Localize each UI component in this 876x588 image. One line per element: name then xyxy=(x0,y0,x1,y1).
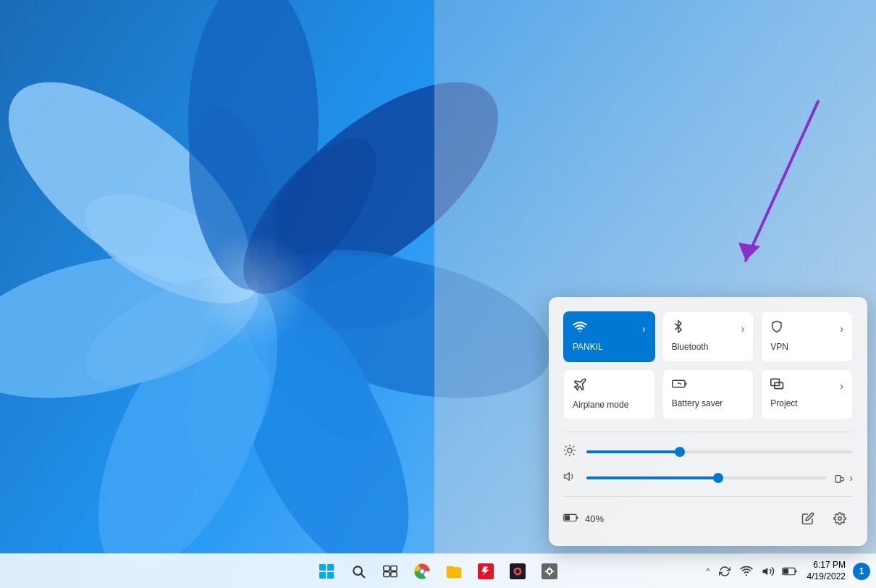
volume-slider-row: › xyxy=(563,470,853,486)
svg-rect-24 xyxy=(319,572,326,579)
volume-fill xyxy=(586,476,718,479)
svg-point-34 xyxy=(420,569,424,573)
svg-rect-25 xyxy=(327,572,334,579)
battery-icon-small xyxy=(563,513,579,525)
volume-thumb[interactable] xyxy=(713,473,723,483)
vpn-tile[interactable]: › VPN xyxy=(761,311,853,362)
svg-point-7 xyxy=(568,448,572,453)
qs-bottom-bar: 40% xyxy=(563,505,853,532)
zap-app[interactable] xyxy=(471,557,500,586)
clock[interactable]: 6:17 PM 4/19/2022 xyxy=(801,557,851,585)
svg-rect-30 xyxy=(384,571,389,576)
volume-slider[interactable] xyxy=(586,476,826,479)
wifi-label: PANKIL xyxy=(573,342,603,352)
tray-overflow-button[interactable]: ^ xyxy=(703,564,712,579)
bluetooth-label: Bluetooth xyxy=(672,342,709,352)
taskbar-wifi-icon[interactable] xyxy=(736,561,757,581)
taskbar-volume-icon[interactable] xyxy=(758,561,778,581)
svg-rect-45 xyxy=(549,566,549,568)
notification-badge[interactable]: 1 xyxy=(853,563,870,580)
svg-rect-53 xyxy=(783,568,788,574)
wifi-tile[interactable]: › PANKIL xyxy=(563,311,655,362)
sync-icon[interactable] xyxy=(715,561,735,581)
airplane-label: Airplane mode xyxy=(573,400,628,410)
svg-line-14 xyxy=(565,454,566,455)
svg-rect-28 xyxy=(384,566,389,571)
settings-app[interactable] xyxy=(535,557,564,586)
wifi-expand-icon[interactable]: › xyxy=(642,323,646,335)
brightness-thumb[interactable] xyxy=(675,447,685,457)
svg-rect-47 xyxy=(544,571,547,571)
brightness-slider[interactable] xyxy=(586,450,853,453)
svg-line-10 xyxy=(565,446,566,447)
vpn-label: VPN xyxy=(770,342,788,352)
quick-settings-panel: › PANKIL › Bluetooth xyxy=(549,297,867,546)
taskbar-right: ^ xyxy=(703,557,876,585)
battery-saver-label: Battery saver xyxy=(672,398,723,408)
bluetooth-icon xyxy=(672,319,685,337)
vpn-icon xyxy=(770,319,783,337)
file-explorer-app[interactable] xyxy=(439,557,468,586)
volume-icon xyxy=(563,470,578,486)
qs-bottom-grid: Airplane mode Battery saver xyxy=(563,369,853,420)
svg-rect-23 xyxy=(327,564,334,571)
chrome-app[interactable] xyxy=(408,557,437,586)
qs-bottom-actions xyxy=(795,505,853,532)
svg-point-2 xyxy=(579,331,581,332)
taskbar: ^ xyxy=(0,553,876,588)
project-tile[interactable]: › Project xyxy=(761,369,853,420)
wifi-icon xyxy=(573,319,587,337)
taskview-button[interactable] xyxy=(376,557,405,586)
svg-point-49 xyxy=(745,574,746,576)
svg-rect-52 xyxy=(795,570,796,572)
divider-2 xyxy=(563,496,853,497)
svg-point-21 xyxy=(838,517,842,521)
start-button[interactable] xyxy=(312,557,341,586)
project-expand-icon[interactable]: › xyxy=(840,380,843,392)
taskbar-battery-icon[interactable] xyxy=(780,561,800,581)
svg-rect-46 xyxy=(549,574,549,576)
svg-rect-20 xyxy=(565,515,570,520)
clock-time: 6:17 PM xyxy=(813,560,846,571)
airplane-tile[interactable]: Airplane mode xyxy=(563,369,655,420)
edit-icon[interactable] xyxy=(795,505,821,532)
settings-icon[interactable] xyxy=(827,505,853,532)
svg-rect-35 xyxy=(447,567,461,578)
svg-line-15 xyxy=(573,446,574,447)
bluetooth-expand-icon[interactable]: › xyxy=(741,323,745,335)
svg-line-11 xyxy=(573,454,574,455)
svg-rect-19 xyxy=(576,516,578,518)
svg-point-41 xyxy=(515,569,519,573)
project-label: Project xyxy=(770,398,797,408)
brightness-slider-row xyxy=(563,444,853,460)
dark-app[interactable] xyxy=(503,557,532,586)
desktop: › PANKIL › Bluetooth xyxy=(0,0,876,588)
divider xyxy=(563,432,853,432)
airplane-icon xyxy=(573,377,587,395)
project-icon xyxy=(770,377,785,394)
search-button[interactable] xyxy=(344,557,373,586)
taskbar-center xyxy=(312,557,564,586)
battery-saver-tile[interactable]: Battery saver xyxy=(662,369,754,420)
vpn-expand-icon[interactable]: › xyxy=(840,323,843,335)
volume-device-button[interactable]: › xyxy=(835,472,853,484)
bluetooth-tile[interactable]: › Bluetooth xyxy=(662,311,754,362)
svg-marker-50 xyxy=(762,567,767,575)
svg-rect-31 xyxy=(391,571,397,576)
svg-marker-16 xyxy=(565,473,570,481)
svg-rect-17 xyxy=(836,476,841,482)
svg-rect-48 xyxy=(552,571,555,571)
volume-device-arrow: › xyxy=(849,472,853,484)
clock-date: 4/19/2022 xyxy=(807,571,846,583)
battery-info: 40% xyxy=(563,513,604,525)
svg-rect-4 xyxy=(685,382,686,385)
brightness-icon xyxy=(563,444,578,460)
battery-percentage: 40% xyxy=(585,513,604,524)
qs-top-grid: › PANKIL › Bluetooth xyxy=(563,311,853,362)
svg-rect-29 xyxy=(391,566,397,571)
svg-line-27 xyxy=(361,574,365,577)
svg-point-44 xyxy=(548,569,551,572)
svg-rect-22 xyxy=(319,564,326,571)
brightness-fill xyxy=(586,450,680,453)
battery-saver-icon xyxy=(672,377,688,394)
